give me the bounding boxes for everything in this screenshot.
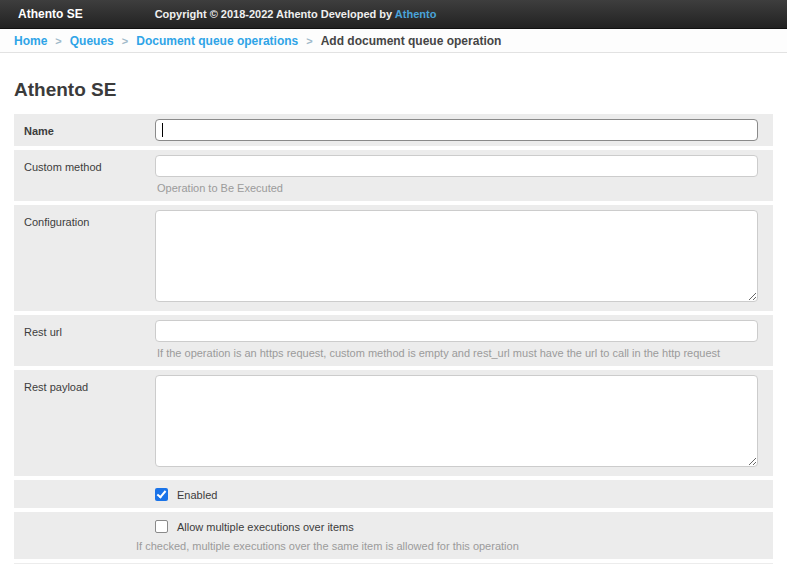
allow-multiple-label-spacer bbox=[14, 517, 155, 554]
custom-method-label: Custom method bbox=[14, 155, 155, 196]
form-row-allow-multiple: Allow multiple executions over items If … bbox=[14, 512, 773, 559]
configuration-label: Configuration bbox=[14, 210, 155, 306]
name-label: Name bbox=[14, 119, 155, 141]
rest-url-help: If the operation is an https request, cu… bbox=[157, 347, 758, 360]
page-title: Athento SE bbox=[14, 79, 787, 101]
rest-url-input[interactable] bbox=[155, 320, 758, 342]
rest-payload-textarea[interactable] bbox=[155, 375, 758, 467]
breadcrumb-home[interactable]: Home bbox=[14, 34, 47, 48]
configuration-textarea[interactable] bbox=[155, 210, 758, 302]
navbar-brand[interactable]: Athento SE bbox=[18, 7, 83, 21]
form-row-enabled: Enabled bbox=[14, 480, 773, 508]
custom-method-input[interactable] bbox=[155, 155, 758, 177]
add-document-queue-operation-form: Name Custom method Operation to Be Execu… bbox=[14, 114, 773, 564]
breadcrumb-document-queue-operations[interactable]: Document queue operations bbox=[136, 34, 298, 48]
breadcrumb-queues[interactable]: Queues bbox=[70, 34, 114, 48]
breadcrumb-current: Add document queue operation bbox=[321, 34, 502, 48]
enabled-label-spacer bbox=[14, 485, 155, 503]
breadcrumb: Home > Queues > Document queue operation… bbox=[0, 29, 787, 53]
form-row-configuration: Configuration bbox=[14, 205, 773, 311]
custom-method-help: Operation to Be Executed bbox=[157, 182, 758, 195]
breadcrumb-separator: > bbox=[306, 35, 312, 47]
form-row-rest-payload: Rest payload bbox=[14, 370, 773, 476]
allow-multiple-checkbox[interactable] bbox=[155, 520, 168, 533]
athento-link[interactable]: Athento bbox=[395, 8, 437, 20]
rest-url-label: Rest url bbox=[14, 320, 155, 361]
form-row-name: Name bbox=[14, 114, 773, 146]
enabled-label: Enabled bbox=[177, 489, 217, 501]
allow-multiple-help: If checked, multiple executions over the… bbox=[136, 540, 758, 553]
name-input[interactable] bbox=[155, 119, 758, 141]
rest-payload-label: Rest payload bbox=[14, 375, 155, 471]
breadcrumb-separator: > bbox=[122, 35, 128, 47]
allow-multiple-label: Allow multiple executions over items bbox=[177, 521, 354, 533]
breadcrumb-separator: > bbox=[55, 35, 61, 47]
enabled-checkbox[interactable] bbox=[155, 488, 168, 501]
copyright-prefix: Copyright © 2018-2022 Athento Developed … bbox=[155, 8, 395, 20]
form-row-rest-url: Rest url If the operation is an https re… bbox=[14, 315, 773, 366]
copyright-text: Copyright © 2018-2022 Athento Developed … bbox=[155, 8, 437, 20]
top-navbar: Athento SE Copyright © 2018-2022 Athento… bbox=[0, 0, 787, 29]
form-row-custom-method: Custom method Operation to Be Executed bbox=[14, 150, 773, 201]
